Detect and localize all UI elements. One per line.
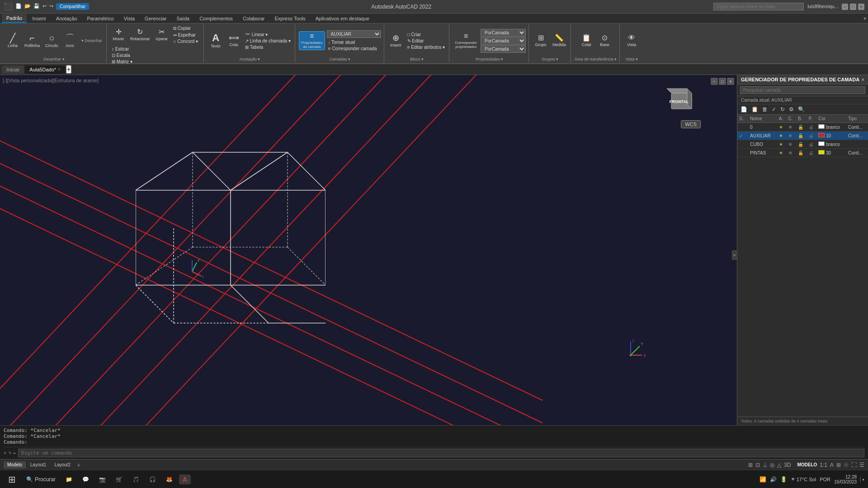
tab-layout2[interactable]: Layout2 (51, 461, 74, 469)
layer-tb-new[interactable]: 📄 (739, 106, 749, 113)
layer-tb-new-vp[interactable]: 📋 (750, 106, 760, 113)
cmd-close-icon[interactable]: × (4, 450, 7, 456)
taskbar-files[interactable]: 📁 (62, 475, 76, 484)
btn-copiar[interactable]: ⧉ Copiar (172, 25, 200, 32)
col-on[interactable]: A. (777, 115, 787, 123)
btn-texto[interactable]: ATexto (208, 32, 224, 49)
language-indicator[interactable]: POR (820, 477, 830, 482)
layer-tb-current[interactable]: ✓ (770, 106, 778, 113)
taskbar-firefox[interactable]: 🦊 (162, 475, 176, 484)
col-linetype[interactable]: Tipo (846, 115, 868, 123)
col-plot[interactable]: P. (807, 115, 816, 123)
btn-prop-camada[interactable]: ≡Propriedadesda camada (299, 31, 325, 50)
search-input[interactable] (713, 3, 804, 10)
lineweight-by-layer[interactable]: PorCamada (481, 45, 526, 53)
btn-correspond-props[interactable]: ≡Corresponderpropriedades (453, 32, 479, 50)
btn-rotacionar[interactable]: ↻Rotacionar (128, 28, 152, 42)
layer-on-auxiliar[interactable]: ☀ (777, 131, 787, 140)
tab-colaborar[interactable]: Colaborar (238, 14, 269, 23)
taskbar-spotify[interactable]: 🎵 (129, 475, 143, 484)
taskbar-store[interactable]: 🛒 (112, 475, 126, 484)
col-freeze[interactable]: C. (787, 115, 796, 123)
layer-plot-auxiliar[interactable]: 🖨 (807, 131, 816, 140)
vp-max[interactable]: □ (719, 78, 726, 85)
taskbar-photos[interactable]: 📷 (95, 475, 109, 484)
anno-scale[interactable]: 1:1 (820, 462, 827, 468)
taskbar-search[interactable]: 🔍 Procurar (23, 475, 59, 484)
layer-color-cubo[interactable]: branco (816, 140, 846, 149)
anno-icon[interactable]: A (830, 462, 834, 468)
layer-row-cubo[interactable]: CUBO ☀ ❄ 🔓 🖨 branco (737, 140, 868, 149)
tray-battery[interactable]: 🔋 (780, 476, 787, 483)
layer-on-pintas[interactable]: ☀ (777, 149, 787, 157)
btn-concord[interactable]: ∩ Concord ▾ (172, 38, 200, 44)
btn-inserir-bloco[interactable]: ⊕Inserir (388, 33, 404, 48)
taskbar-chat[interactable]: 💬 (79, 475, 93, 484)
layer-row-auxiliar[interactable]: ✓ AUXILIAR ☀ ❄ 🔓 🖨 10 Contí... (737, 131, 868, 140)
layer-freeze-0[interactable]: ❄ (787, 123, 796, 131)
col-color[interactable]: Cor (816, 115, 846, 123)
btn-colar[interactable]: 📋Colar (578, 33, 594, 48)
layer-plot-pintas[interactable]: 🖨 (807, 149, 816, 157)
qa-open[interactable]: 📂 (24, 3, 31, 10)
tab-vista[interactable]: Vista (119, 14, 139, 23)
col-status[interactable]: S.. (737, 115, 748, 123)
btn-base[interactable]: ⊙Base (596, 33, 613, 48)
col-name[interactable]: Nome (748, 115, 777, 123)
tab-anotacao[interactable]: Anotação (52, 14, 81, 23)
tray-network[interactable]: 📶 (760, 476, 766, 483)
viewport[interactable]: [-][Vista personalizada][Estrutura de ar… (0, 75, 737, 425)
layer-lock-pintas[interactable]: 🔓 (796, 149, 807, 157)
fullscreen-icon[interactable]: ⛶ (851, 462, 857, 468)
btn-circulo[interactable]: ○Círculo (43, 33, 60, 49)
btn-espelhar[interactable]: ⇔ Espelhar (172, 32, 200, 38)
layer-color-pintas[interactable]: 30 (816, 149, 846, 157)
doc-tab-iniciar[interactable]: Iniciar (2, 66, 24, 74)
layer-row-pintas[interactable]: PINTAS ☀ ❄ 🔓 🖨 30 Contí... (737, 149, 868, 157)
layer-lock-0[interactable]: 🔓 (796, 123, 807, 131)
tab-layout1[interactable]: Layout1 (27, 461, 50, 469)
layer-search-input[interactable] (740, 86, 865, 94)
tab-destaque[interactable]: Aplicativos em destaque (311, 14, 374, 23)
col-lock[interactable]: B. (796, 115, 807, 123)
btn-correspond-camada[interactable]: ≡ Corresponder camada (327, 46, 381, 52)
close-button[interactable]: × (858, 4, 864, 10)
layer-name-cubo[interactable]: CUBO (748, 140, 777, 149)
btn-linha[interactable]: ╱Linha (5, 33, 21, 49)
btn-aparar[interactable]: ✂Aparar (154, 28, 170, 42)
qa-undo[interactable]: ↩ (42, 3, 47, 10)
layer-name-0[interactable]: 0 (748, 123, 777, 131)
start-button[interactable]: ⊞ (4, 473, 20, 486)
btn-criar[interactable]: □ Criar (406, 32, 447, 38)
tab-express[interactable]: Express Tools (270, 14, 310, 23)
layer-selector[interactable]: AUXILIAR 0 CUBO PINTAS (327, 30, 381, 38)
grid-icon[interactable]: ⊡ (755, 462, 760, 468)
layer-on-0[interactable]: ☀ (777, 123, 787, 131)
btn-vista[interactable]: 👁Vista (623, 33, 640, 48)
show-desktop[interactable]: ▪ (860, 477, 864, 482)
qa-save[interactable]: 💾 (33, 3, 40, 10)
taskbar-headphones[interactable]: 🎧 (146, 475, 160, 484)
snap-icon[interactable]: ⊞ (748, 462, 753, 468)
maximize-button[interactable]: □ (850, 4, 856, 10)
btn-matriz[interactable]: ⊞ Matriz ▾ (110, 59, 134, 64)
isolate-icon[interactable]: ☉ (844, 462, 849, 468)
minimize-button[interactable]: − (842, 4, 848, 10)
btn-chamada[interactable]: ↗ Linha de chamada ▾ (244, 38, 292, 44)
layer-lock-cubo[interactable]: 🔓 (796, 140, 807, 149)
btn-desenhar-more[interactable]: ▾ Desenhar (80, 38, 104, 43)
vp-min[interactable]: − (711, 78, 718, 85)
doc-tab-close[interactable]: × (58, 67, 61, 72)
polar-icon[interactable]: ◎ (770, 462, 774, 468)
layer-lock-auxiliar[interactable]: 🔓 (796, 131, 807, 140)
btn-grupo[interactable]: ⊞Grupo (533, 33, 549, 48)
btn-esticar[interactable]: ↕ Esticar (110, 46, 134, 52)
layer-row-0[interactable]: 0 ☀ ❄ 🔓 🖨 branco Contí... (737, 123, 868, 131)
btn-arco[interactable]: ⌒Arco (62, 33, 78, 49)
layer-tb-del[interactable]: 🗑 (761, 106, 769, 113)
layer-color-auxiliar[interactable]: 10 (816, 131, 846, 140)
btn-medida[interactable]: 📏Medida (551, 33, 568, 48)
linetype-by-layer[interactable]: PorCamada (481, 37, 526, 45)
layer-color-0[interactable]: branco (816, 123, 846, 131)
btn-tabela[interactable]: ⊞ Tabela (244, 44, 292, 50)
